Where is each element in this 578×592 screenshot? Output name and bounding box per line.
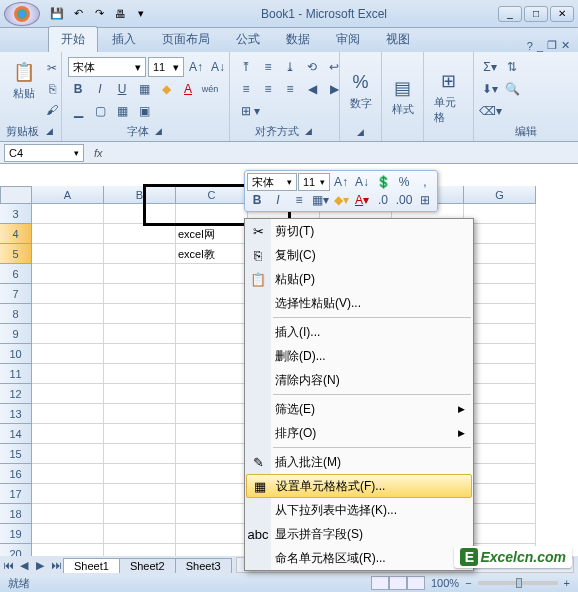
menu-item[interactable]: ✂剪切(T) <box>245 219 473 243</box>
row-header[interactable]: 19 <box>0 524 32 544</box>
sheet-tab[interactable]: Sheet2 <box>119 558 176 573</box>
menu-item[interactable]: 命名单元格区域(R)... <box>245 546 473 570</box>
cell[interactable] <box>176 324 248 344</box>
italic-button[interactable]: I <box>90 79 110 99</box>
cell[interactable] <box>464 504 536 524</box>
doc-restore-button[interactable]: ❐ <box>547 39 557 52</box>
cell[interactable] <box>464 344 536 364</box>
cell[interactable] <box>176 544 248 556</box>
cell[interactable] <box>104 504 176 524</box>
cell[interactable] <box>32 424 104 444</box>
cell[interactable] <box>464 244 536 264</box>
column-header[interactable]: C <box>176 186 248 204</box>
mini-font-color-button[interactable]: A▾ <box>352 191 372 209</box>
menu-item[interactable]: 插入(I)... <box>245 320 473 344</box>
align-bottom-button[interactable]: ⤓ <box>280 57 300 77</box>
office-button[interactable] <box>4 2 40 26</box>
first-sheet-button[interactable]: ⏮ <box>0 559 16 572</box>
zoom-level[interactable]: 100% <box>431 577 459 589</box>
cell[interactable] <box>32 224 104 244</box>
cell[interactable] <box>464 264 536 284</box>
format-painter-button[interactable]: 🖌 <box>42 100 62 120</box>
cell[interactable] <box>32 244 104 264</box>
cell[interactable] <box>464 224 536 244</box>
font-name-combo[interactable]: 宋体▾ <box>68 57 146 77</box>
row-header[interactable]: 14 <box>0 424 32 444</box>
cell[interactable] <box>104 544 176 556</box>
cell[interactable]: excel教 <box>176 244 248 264</box>
sheet-tab[interactable]: Sheet1 <box>63 558 120 573</box>
styles-button[interactable]: ▤ 样式 <box>385 72 421 121</box>
fill-color-button[interactable]: ◆ <box>156 79 176 99</box>
row-header[interactable]: 18 <box>0 504 32 524</box>
cell[interactable] <box>104 404 176 424</box>
cell[interactable] <box>104 264 176 284</box>
name-box[interactable]: C4▾ <box>4 144 84 162</box>
cell[interactable] <box>32 384 104 404</box>
maximize-button[interactable]: □ <box>524 6 548 22</box>
row-header[interactable]: 10 <box>0 344 32 364</box>
minimize-button[interactable]: _ <box>498 6 522 22</box>
cell[interactable] <box>464 464 536 484</box>
cell[interactable] <box>176 304 248 324</box>
mini-center-button[interactable]: ≡ <box>289 191 309 209</box>
align-center-button[interactable]: ≡ <box>258 79 278 99</box>
menu-item[interactable]: 📋粘贴(P) <box>245 267 473 291</box>
qat-more-icon[interactable]: ▾ <box>132 5 150 23</box>
align-right-button[interactable]: ≡ <box>280 79 300 99</box>
cell[interactable] <box>32 484 104 504</box>
cell[interactable] <box>464 524 536 544</box>
align-middle-button[interactable]: ≡ <box>258 57 278 77</box>
tab-view[interactable]: 视图 <box>374 27 422 52</box>
cell[interactable] <box>464 324 536 344</box>
menu-item[interactable]: ⎘复制(C) <box>245 243 473 267</box>
copy-button[interactable]: ⎘ <box>42 79 62 99</box>
row-header[interactable]: 15 <box>0 444 32 464</box>
cell[interactable] <box>104 524 176 544</box>
mini-italic-button[interactable]: I <box>268 191 288 209</box>
redo-icon[interactable]: ↷ <box>90 5 108 23</box>
tab-insert[interactable]: 插入 <box>100 27 148 52</box>
cell[interactable] <box>32 344 104 364</box>
cell[interactable] <box>32 284 104 304</box>
row-header[interactable]: 11 <box>0 364 32 384</box>
cut-button[interactable]: ✂ <box>42 58 62 78</box>
border-button[interactable]: ▦ <box>134 79 154 99</box>
cell[interactable] <box>176 524 248 544</box>
cell[interactable]: excel网 <box>176 224 248 244</box>
decrease-indent-button[interactable]: ◀ <box>302 79 322 99</box>
cell[interactable] <box>32 264 104 284</box>
zoom-out-button[interactable]: − <box>465 577 471 589</box>
bold-button[interactable]: B <box>68 79 88 99</box>
pagebreak-view-button[interactable] <box>407 576 425 590</box>
doc-close-button[interactable]: ✕ <box>561 39 570 52</box>
menu-item[interactable]: 从下拉列表中选择(K)... <box>245 498 473 522</box>
cell[interactable] <box>464 284 536 304</box>
border-thick-button[interactable]: ▣ <box>134 101 154 121</box>
tab-home[interactable]: 开始 <box>48 26 98 52</box>
zoom-slider[interactable] <box>478 581 558 585</box>
align-left-button[interactable]: ≡ <box>236 79 256 99</box>
row-header[interactable]: 7 <box>0 284 32 304</box>
next-sheet-button[interactable]: ▶ <box>32 559 48 572</box>
cell[interactable] <box>104 384 176 404</box>
cell[interactable] <box>104 304 176 324</box>
tab-data[interactable]: 数据 <box>274 27 322 52</box>
menu-item[interactable]: ▦设置单元格格式(F)... <box>246 474 472 498</box>
cell[interactable] <box>32 504 104 524</box>
cell[interactable] <box>32 524 104 544</box>
border-outside-button[interactable]: ▢ <box>90 101 110 121</box>
row-header[interactable]: 9 <box>0 324 32 344</box>
column-header[interactable]: G <box>464 186 536 204</box>
cell[interactable] <box>104 224 176 244</box>
print-icon[interactable]: 🖶 <box>111 5 129 23</box>
fill-button[interactable]: ⬇▾ <box>480 79 500 99</box>
cell[interactable] <box>176 204 248 224</box>
last-sheet-button[interactable]: ⏭ <box>48 559 64 572</box>
menu-item[interactable]: 选择性粘贴(V)... <box>245 291 473 315</box>
cell[interactable] <box>104 424 176 444</box>
paste-button[interactable]: 📋 粘贴 <box>6 56 42 120</box>
align-top-button[interactable]: ⤒ <box>236 57 256 77</box>
row-header[interactable]: 12 <box>0 384 32 404</box>
row-header[interactable]: 3 <box>0 204 32 224</box>
